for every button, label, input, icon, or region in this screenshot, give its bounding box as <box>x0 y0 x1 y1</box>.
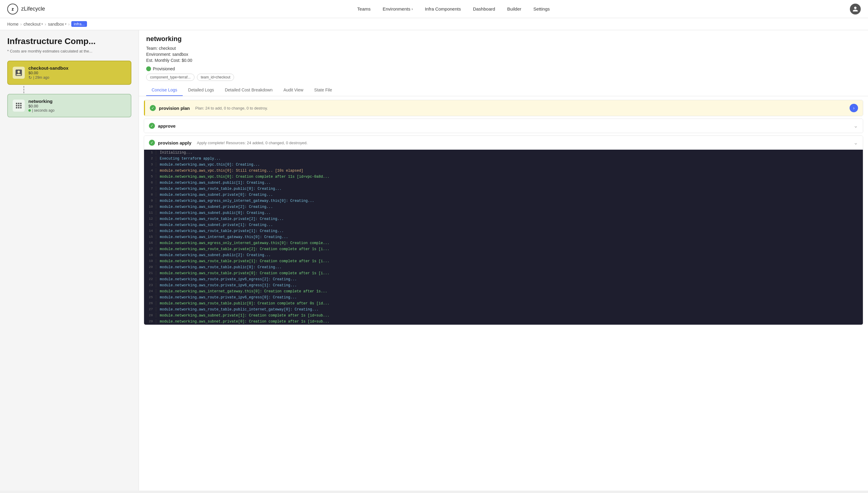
networking-status-text: | seconds ago <box>32 108 55 112</box>
log-line-text: module.networking.aws_internet_gateway.t… <box>156 234 863 240</box>
tab-state-file[interactable]: State File <box>309 84 337 96</box>
breadcrumb-sep-1: › <box>20 22 22 26</box>
log-line-text: module.networking.aws_route_table.privat… <box>156 216 863 222</box>
logo-icon: z <box>7 4 18 15</box>
log-line-number: 10 <box>144 204 156 209</box>
log-line-text: module.networking.aws_route_table.privat… <box>156 271 863 276</box>
breadcrumb-sandbox[interactable]: sandbox ▾ <box>48 22 66 26</box>
detail-panel: networking Team: checkout Environment: s… <box>139 30 868 491</box>
log-line-number: 21 <box>144 271 156 276</box>
log-line: 23module.networking.aws_route.private_ip… <box>144 282 863 288</box>
tab-audit-view[interactable]: Audit View <box>278 84 309 96</box>
log-line: 7module.networking.aws_route_table.publi… <box>144 186 863 192</box>
log-line-text: module.networking.aws_subnet.private[0]:… <box>156 192 863 198</box>
nav-links: Teams Environments › Infra Components Da… <box>57 4 850 13</box>
log-line-text: module.networking.aws_subnet.public[1]: … <box>156 180 863 186</box>
log-line-text: module.networking.aws_vpc.this[0]: Creat… <box>156 174 863 179</box>
accordion-provision-apply: ✓ provision apply Apply complete! Resour… <box>144 135 863 325</box>
component-card-networking[interactable]: networking $0.00 | seconds ago <box>7 94 132 117</box>
log-line-number: 15 <box>144 234 156 239</box>
detail-tags: component_type=terraf... team_id=checkou… <box>146 73 861 81</box>
checkout-card-cost: $0.00 <box>28 71 126 75</box>
tab-detailed-cost-breakdown[interactable]: Detailed Cost Breakdown <box>219 84 278 96</box>
provision-apply-title: provision apply <box>158 140 191 145</box>
networking-card-info: networking $0.00 | seconds ago <box>28 99 126 112</box>
log-line-number: 7 <box>144 186 156 191</box>
page-content: Infrastructure Comp... * Costs are month… <box>0 30 868 491</box>
log-line-number: 24 <box>144 289 156 294</box>
breadcrumb-infra[interactable]: infra... <box>71 21 87 27</box>
accordion-provision-plan: ✓ provision plan Plan: 24 to add, 0 to c… <box>144 100 863 116</box>
component-card-checkout[interactable]: checkout-sandbox $0.00 ↻ | 29m ago <box>7 61 132 85</box>
checkout-status-text: | 29m ago <box>33 76 49 80</box>
log-line-text: module.networking.aws_subnet.private[2]:… <box>156 204 863 210</box>
infra-panel: Infrastructure Comp... * Costs are month… <box>0 30 139 491</box>
checkout-card-icon <box>13 67 25 79</box>
log-line-text: module.networking.aws_egress_only_intern… <box>156 240 863 246</box>
log-line: 4module.networking.aws_vpc.this[0]: Stil… <box>144 168 863 174</box>
networking-card-icon <box>13 100 25 112</box>
log-line: 25module.networking.aws_route.private_ip… <box>144 295 863 301</box>
log-line: 11module.networking.aws_subnet.public[0]… <box>144 210 863 216</box>
log-line-text: Executing terraform apply... <box>156 156 863 162</box>
approve-chevron-icon: ⌄ <box>853 123 858 129</box>
tab-concise-logs[interactable]: Concise Logs <box>146 84 183 96</box>
log-line: 29module.networking.aws_subnet.private[0… <box>144 319 863 325</box>
checkout-card-status: ↻ | 29m ago <box>28 75 126 80</box>
accordion-approve-header[interactable]: ✓ approve ⌄ <box>144 119 863 133</box>
user-avatar[interactable] <box>850 4 861 15</box>
team-label: Team: <box>146 46 158 51</box>
networking-card-cost: $0.00 <box>28 104 126 108</box>
log-line: 24module.networking.aws_internet_gateway… <box>144 288 863 295</box>
log-line-number: 3 <box>144 162 156 167</box>
log-line: 22module.networking.aws_route.private_ip… <box>144 276 863 282</box>
log-line-text: module.networking.aws_egress_only_intern… <box>156 198 863 203</box>
accordion-provision-apply-header[interactable]: ✓ provision apply Apply complete! Resour… <box>144 136 863 150</box>
log-line-number: 4 <box>144 168 156 173</box>
log-line-text: module.networking.aws_vpc.this[0]: Still… <box>156 168 863 173</box>
nav-teams[interactable]: Teams <box>352 4 376 13</box>
log-section[interactable]: ✓ provision plan Plan: 24 to add, 0 to c… <box>139 96 868 491</box>
log-line: 20module.networking.aws_route_table.publ… <box>144 264 863 270</box>
provision-apply-subtitle: Apply complete! Resources: 24 added, 0 c… <box>197 141 850 145</box>
nav-settings[interactable]: Settings <box>528 4 554 13</box>
approve-check-icon: ✓ <box>149 123 155 129</box>
log-line-number: 26 <box>144 301 156 306</box>
tab-detailed-logs[interactable]: Detailed Logs <box>183 84 220 96</box>
log-line: 15module.networking.aws_internet_gateway… <box>144 234 863 240</box>
networking-card-status: | seconds ago <box>28 108 126 112</box>
tag-component-type[interactable]: component_type=terraf... <box>146 73 195 81</box>
app-logo[interactable]: z zLifecycle <box>7 4 45 15</box>
breadcrumb-checkout[interactable]: checkout ▾ <box>24 22 43 26</box>
nav-builder[interactable]: Builder <box>502 4 526 13</box>
nav-environments[interactable]: Environments › <box>378 4 418 13</box>
breadcrumb: Home › checkout ▾ › sandbox ▾ › infra... <box>0 18 868 30</box>
chevron-down-icon: ▾ <box>41 22 43 26</box>
accordion-provision-plan-header[interactable]: ✓ provision plan Plan: 24 to add, 0 to c… <box>144 100 863 116</box>
log-line-number: 9 <box>144 198 156 203</box>
log-line: 6module.networking.aws_subnet.public[1]:… <box>144 180 863 186</box>
log-line-text: module.networking.aws_subnet.private[0]:… <box>156 319 863 324</box>
log-line: 2Executing terraform apply... <box>144 156 863 162</box>
log-line-number: 12 <box>144 216 156 221</box>
log-line: 28module.networking.aws_subnet.private[1… <box>144 313 863 319</box>
log-line: 19module.networking.aws_route_table.priv… <box>144 258 863 264</box>
log-line: 17module.networking.aws_route_table.priv… <box>144 246 863 252</box>
log-line-number: 16 <box>144 240 156 245</box>
breadcrumb-home[interactable]: Home <box>7 22 18 26</box>
nav-infra-components[interactable]: Infra Components <box>420 4 466 13</box>
log-line: 8module.networking.aws_subnet.private[0]… <box>144 192 863 198</box>
networking-card-name: networking <box>28 99 126 104</box>
log-line-text: module.networking.aws_route_table.public… <box>156 301 863 306</box>
chevron-down-icon-2: ▾ <box>65 22 66 26</box>
log-line-number: 17 <box>144 246 156 251</box>
nav-dashboard[interactable]: Dashboard <box>468 4 500 13</box>
tag-team-id[interactable]: team_id=checkout <box>197 73 234 81</box>
log-line-text: module.networking.aws_route.private_ipv6… <box>156 277 863 282</box>
log-line-text: module.networking.aws_route_table.privat… <box>156 259 863 264</box>
checkout-card-info: checkout-sandbox $0.00 ↻ | 29m ago <box>28 65 126 80</box>
detail-environment: Environment: sandbox <box>146 52 861 57</box>
detail-tabs: Concise Logs Detailed Logs Detailed Cost… <box>146 84 861 96</box>
log-line-text: Initializing... <box>156 150 863 155</box>
page-title: Infrastructure Comp... <box>7 36 132 46</box>
